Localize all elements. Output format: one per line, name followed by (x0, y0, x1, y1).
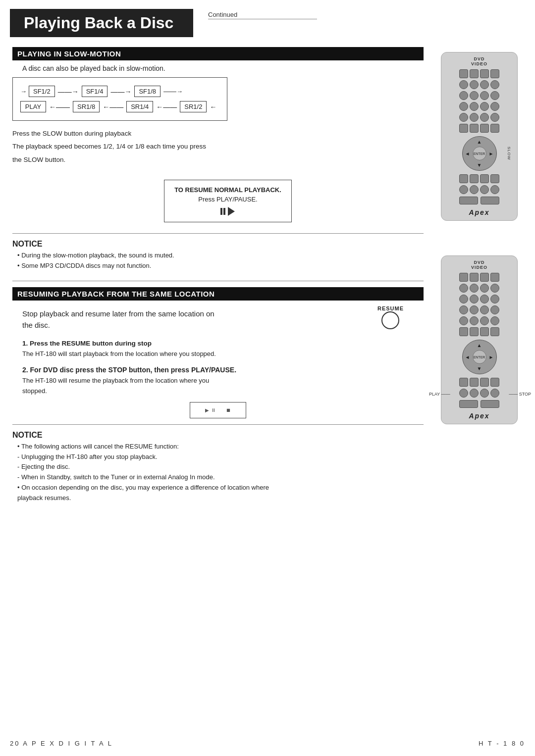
arrow-left-4: ← (210, 103, 216, 111)
remote-btn-grid-2 (459, 80, 499, 89)
r2btn-4 (490, 273, 499, 282)
rbtn-23 (480, 124, 489, 133)
nav2-up: ▲ (477, 343, 482, 348)
r2btn-1 (459, 273, 468, 282)
resume-button-circle (381, 311, 399, 329)
sf1-4-box: SF1/4 (82, 86, 108, 97)
divider-3 (12, 424, 424, 425)
notice2-item-5: playback resumes. (17, 493, 424, 504)
rbtn-14 (470, 102, 479, 111)
r2btn-29 (459, 389, 468, 398)
remote2-nav: ▲ ◄ ENTER ► ▼ (462, 340, 497, 374)
play-stop-icon-area: ▶ ⏸ ⏹ (190, 402, 246, 418)
rbtn-11 (480, 91, 489, 100)
rbtn-3 (480, 69, 489, 78)
sf1-8-box: SF1/8 (134, 86, 160, 97)
nav2-left: ◄ (465, 354, 470, 360)
nav-right: ► (489, 151, 494, 156)
arrow-right-3: ——→ (110, 88, 131, 96)
sr1-4-box: SR1/4 (126, 101, 153, 112)
rbtn-4 (490, 69, 499, 78)
remote2-btn-grid-6 (459, 327, 499, 336)
notice2-item-4: • On occasion depending on the disc, you… (17, 483, 424, 493)
play-icon-group: ▶ ⏸ (205, 407, 216, 413)
nav2-down: ▼ (477, 366, 482, 371)
page-title: Playing Back a Disc (10, 9, 193, 37)
stop-side-label: —— STOP (509, 392, 531, 397)
divider-1 (12, 233, 424, 234)
rbtn-25 (459, 174, 468, 183)
rbtn-9 (459, 91, 468, 100)
right-column: DVDVIDEO (431, 37, 530, 508)
slow-instruction-2: The playback speed becomes 1/2, 1/4 or 1… (12, 142, 424, 151)
r2btn-2 (470, 273, 479, 282)
continued-label: Continued (208, 11, 237, 18)
slow-motion-header: PLAYING IN SLOW-MOTION (12, 47, 424, 60)
footer-right: H T - 1 8 0 (479, 740, 525, 747)
r2btn-28 (490, 378, 499, 387)
r2btn-30 (470, 389, 479, 398)
rbtn-20 (490, 113, 499, 122)
pause-bar-2 (223, 208, 225, 215)
r2btn-9 (459, 295, 468, 303)
remote-btn-grid-6 (459, 124, 499, 133)
rbtn-19 (480, 113, 489, 122)
step2-detail-2: stopped. (22, 386, 424, 396)
remote2-bottom-row (459, 400, 499, 408)
notice1-title: NOTICE (12, 240, 424, 249)
r2btn-17 (459, 316, 468, 325)
remote2-btn-grid-3 (459, 295, 499, 303)
rbtn-28 (490, 174, 499, 183)
remote-btn-grid-5 (459, 113, 499, 122)
divider-2 (12, 281, 424, 281)
remote2-btn-grid-4 (459, 305, 499, 314)
resume-button-label: RESUME (377, 304, 404, 311)
resume-intro-area: Stop playback and resume later from the … (12, 304, 424, 336)
rbtn-27 (480, 174, 489, 183)
remote2-btn-grid-1 (459, 273, 499, 282)
flow-bottom-row: PLAY ←—— SR1/8 ←—— SR1/4 ←—— SR1/2 ← (20, 101, 219, 112)
nav-up: ▲ (477, 139, 482, 145)
rbtn-7 (480, 80, 489, 89)
stop-label: ⏹ (226, 407, 231, 413)
rbtn-31 (480, 185, 489, 194)
arrow-right-2: ——→ (58, 88, 79, 96)
rbtn-6 (470, 80, 479, 89)
remote-btn-grid-3 (459, 91, 499, 100)
rbtn-22 (470, 124, 479, 133)
r2btn-31 (480, 389, 489, 398)
remote-btn-grid-1 (459, 69, 499, 78)
r2btn-18 (470, 316, 479, 325)
resume-section: RESUMING PLAYBACK FROM THE SAME LOCATION… (12, 287, 424, 503)
step2-detail-1: The HT-180 will resume the playback from… (22, 376, 424, 386)
r2btn-12 (490, 295, 499, 303)
pause-bar-1 (220, 208, 222, 215)
page-footer: 20 A P E X D I G I T A L H T - 1 8 0 (10, 740, 525, 747)
rbtn-29 (459, 185, 468, 194)
flow-top-row: → SF1/2 ——→ SF1/4 ——→ SF1/8 ——→ (20, 86, 219, 97)
arrow-right-4: ——→ (163, 88, 183, 95)
resume-normal-subtitle: Press PLAY/PAUSE. (174, 196, 281, 203)
r2btn-25 (459, 378, 468, 387)
r2btn-wide-2 (481, 400, 499, 408)
r2btn-26 (470, 378, 479, 387)
r2btn-32 (490, 389, 499, 398)
rbtn-21 (459, 124, 468, 133)
play-label: ▶ (205, 407, 209, 413)
r2btn-5 (459, 284, 468, 293)
rbtn-18 (470, 113, 479, 122)
stop-icon-group: ⏹ (226, 407, 231, 413)
r2btn-10 (470, 295, 479, 303)
play-side-label: PLAY —— (429, 392, 450, 397)
sr1-8-box: SR1/8 (73, 101, 100, 112)
pause-label: ⏸ (211, 407, 216, 413)
rbtn-26 (470, 174, 479, 183)
r2btn-27 (480, 378, 489, 387)
slow-label: SLOW (507, 147, 511, 160)
slow-instruction-3: the SLOW button. (12, 155, 424, 165)
remote-nav: ▲ ◄ ENTER ► ▼ SLOW (462, 136, 497, 171)
step1-detail: The HT-180 will start playback from the … (22, 349, 424, 359)
r2btn-22 (470, 327, 479, 336)
rbtn-5 (459, 80, 468, 89)
sf1-2-box: SF1/2 (29, 86, 55, 97)
